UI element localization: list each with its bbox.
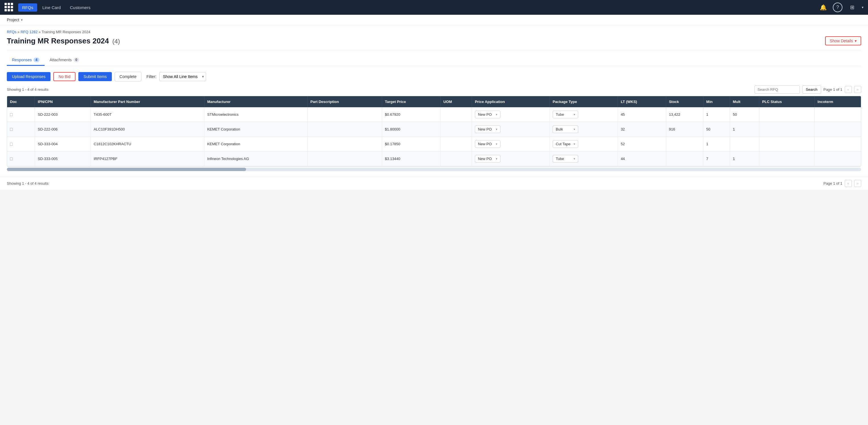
cell-lt-1: 32 bbox=[618, 122, 666, 137]
cell-price-application-0[interactable]: New PO ▾ bbox=[472, 107, 550, 122]
upload-responses-button[interactable]: Upload Responses bbox=[7, 72, 51, 81]
complete-button[interactable]: Complete bbox=[115, 72, 142, 81]
page-title-group: Training MR Responses 2024 (4) bbox=[7, 37, 120, 45]
breadcrumb-separator-1: » bbox=[18, 30, 21, 34]
col-target-price: Target Price bbox=[382, 96, 440, 107]
cell-doc-0: □ bbox=[7, 107, 35, 122]
page-prev-button-top[interactable]: « bbox=[845, 86, 852, 93]
nav-item-customers[interactable]: Customers bbox=[66, 3, 95, 12]
cell-target-price-2: $0.17850 bbox=[382, 137, 440, 152]
cell-package-type-3[interactable]: Tube ▾ bbox=[550, 152, 618, 166]
price-application-dropdown-1[interactable]: New PO ▾ bbox=[475, 125, 500, 133]
search-rfq-input[interactable] bbox=[754, 86, 800, 94]
tab-responses[interactable]: Responses 4 bbox=[7, 55, 44, 66]
horizontal-scrollbar[interactable] bbox=[7, 168, 861, 171]
page-title-count: (4) bbox=[113, 38, 120, 45]
page-header: Training MR Responses 2024 (4) Show Deta… bbox=[7, 36, 861, 45]
price-application-dropdown-0[interactable]: New PO ▾ bbox=[475, 111, 500, 118]
cell-manufacturer-3: Infineon Technologies AG bbox=[204, 152, 307, 166]
cell-mult-1: 1 bbox=[730, 122, 759, 137]
cell-incoterm-1 bbox=[815, 122, 861, 137]
cell-package-type-2[interactable]: Cut Tape ▾ bbox=[550, 137, 618, 152]
nav-right: 🔔 ? ⊞ ▾ bbox=[818, 2, 864, 12]
project-label[interactable]: Project bbox=[7, 18, 19, 22]
price-application-dropdown-3[interactable]: New PO ▾ bbox=[475, 155, 500, 163]
page-info-bottom: Page 1 of 1 bbox=[824, 181, 842, 186]
search-button[interactable]: Search bbox=[802, 86, 821, 94]
cell-plc-2 bbox=[759, 137, 815, 152]
doc-copy-icon-0[interactable]: □ bbox=[10, 112, 13, 117]
cell-lt-3: 44 bbox=[618, 152, 666, 166]
cell-incoterm-3 bbox=[815, 152, 861, 166]
package-type-chevron-icon-1: ▾ bbox=[574, 128, 575, 131]
cell-mpn-1: ALC10F391DH500 bbox=[91, 122, 204, 137]
doc-copy-icon-2[interactable]: □ bbox=[10, 141, 13, 146]
cell-incoterm-0 bbox=[815, 107, 861, 122]
breadcrumb-rfq-link[interactable]: RFQ 1282 bbox=[21, 30, 37, 34]
price-application-chevron-icon-2: ▾ bbox=[496, 142, 497, 145]
cell-doc-2: □ bbox=[7, 137, 35, 152]
col-price-application: Price Application bbox=[472, 96, 550, 107]
nav-item-rfqs[interactable]: RFQs bbox=[18, 3, 37, 12]
cell-min-3: 7 bbox=[703, 152, 730, 166]
cell-min-1: 50 bbox=[703, 122, 730, 137]
package-type-dropdown-0[interactable]: Tube ▾ bbox=[553, 111, 578, 118]
table-row: □ SD-333-004 C1812C102KHRACTU KEMET Corp… bbox=[7, 137, 861, 152]
cell-price-application-3[interactable]: New PO ▾ bbox=[472, 152, 550, 166]
help-icon[interactable]: ? bbox=[833, 3, 842, 12]
cell-price-application-1[interactable]: New PO ▾ bbox=[472, 122, 550, 137]
price-application-chevron-icon-3: ▾ bbox=[496, 157, 497, 160]
app-grid-icon[interactable]: ⊞ bbox=[847, 2, 857, 12]
cell-target-price-0: $0.67920 bbox=[382, 107, 440, 122]
cell-doc-3: □ bbox=[7, 152, 35, 166]
doc-copy-icon-1[interactable]: □ bbox=[10, 127, 13, 132]
cell-ipn-2: SD-333-004 bbox=[35, 137, 91, 152]
cell-package-type-0[interactable]: Tube ▾ bbox=[550, 107, 618, 122]
page-prev-button-bottom[interactable]: « bbox=[845, 180, 852, 187]
package-type-dropdown-1[interactable]: Bulk ▾ bbox=[553, 125, 578, 133]
nav-item-linecard[interactable]: Line Card bbox=[38, 3, 65, 12]
price-application-dropdown-2[interactable]: New PO ▾ bbox=[475, 140, 500, 148]
col-uom: UOM bbox=[440, 96, 472, 107]
notifications-bell-icon[interactable]: 🔔 bbox=[818, 2, 828, 12]
page-info-top: Page 1 of 1 bbox=[824, 87, 842, 92]
cell-mult-2 bbox=[730, 137, 759, 152]
col-stock: Stock bbox=[666, 96, 703, 107]
breadcrumb-separator-2: » bbox=[39, 30, 42, 34]
results-bar-top: Showing 1 - 4 of 4 results Search Page 1… bbox=[7, 86, 861, 94]
col-mpn: Manufacturer Part Number bbox=[91, 96, 204, 107]
grid-menu-icon[interactable] bbox=[4, 3, 13, 12]
page-content: RFQs » RFQ 1282 » Training MR Responses … bbox=[0, 25, 868, 177]
doc-copy-icon-3[interactable]: □ bbox=[10, 156, 13, 161]
cell-price-application-2[interactable]: New PO ▾ bbox=[472, 137, 550, 152]
cell-description-3 bbox=[307, 152, 382, 166]
show-details-button[interactable]: Show Details ▾ bbox=[825, 36, 861, 45]
user-chevron-icon[interactable]: ▾ bbox=[862, 5, 864, 9]
results-right: Search Page 1 of 1 « » bbox=[754, 86, 861, 94]
cell-lt-2: 52 bbox=[618, 137, 666, 152]
page-title: Training MR Responses 2024 bbox=[7, 37, 109, 45]
package-type-dropdown-3[interactable]: Tube ▾ bbox=[553, 155, 578, 163]
package-type-dropdown-2[interactable]: Cut Tape ▾ bbox=[553, 140, 578, 148]
cell-manufacturer-1: KEMET Corporation bbox=[204, 122, 307, 137]
cell-uom-0 bbox=[440, 107, 472, 122]
tab-attachments[interactable]: Attachments 0 bbox=[44, 55, 85, 66]
no-bid-button[interactable]: No Bid bbox=[53, 72, 75, 81]
project-chevron-icon[interactable]: ▾ bbox=[21, 18, 23, 22]
cell-incoterm-2 bbox=[815, 137, 861, 152]
col-description: Part Description bbox=[307, 96, 382, 107]
cell-min-0: 1 bbox=[703, 107, 730, 122]
cell-package-type-1[interactable]: Bulk ▾ bbox=[550, 122, 618, 137]
cell-manufacturer-0: STMicroelectronics bbox=[204, 107, 307, 122]
top-navigation: RFQs Line Card Customers 🔔 ? ⊞ ▾ bbox=[0, 0, 868, 15]
page-next-button-bottom[interactable]: » bbox=[854, 180, 861, 187]
cell-mult-3: 1 bbox=[730, 152, 759, 166]
breadcrumb-rfqs-link[interactable]: RFQs bbox=[7, 30, 17, 34]
bottom-right: Page 1 of 1 « » bbox=[824, 180, 861, 187]
cell-mpn-3: IRFP4127PBF bbox=[91, 152, 204, 166]
breadcrumb-current: Training MR Responses 2024 bbox=[42, 30, 91, 34]
tab-attachments-label: Attachments bbox=[50, 58, 72, 62]
submit-items-button[interactable]: Submit Items bbox=[78, 72, 112, 81]
filter-select[interactable]: Show All Line Items bbox=[159, 72, 206, 81]
page-next-button-top[interactable]: » bbox=[854, 86, 861, 93]
